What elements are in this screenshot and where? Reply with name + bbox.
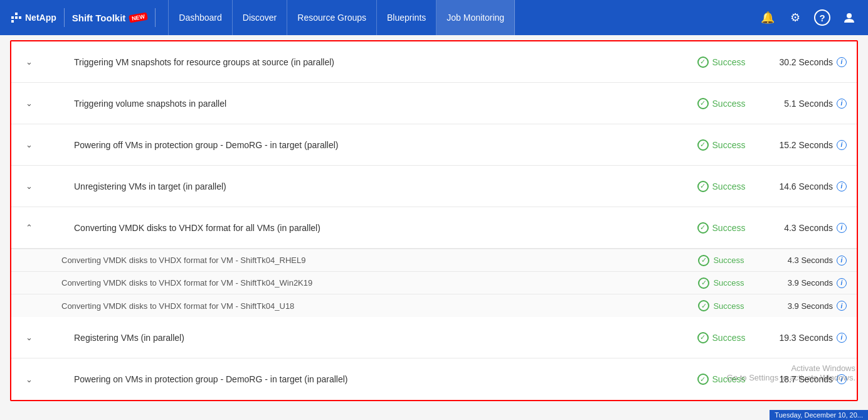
main-content: ⌄ Triggering VM snapshots for resource g… bbox=[0, 35, 868, 420]
info-icon-row5[interactable]: i bbox=[837, 223, 847, 233]
status-text-row3: Success bbox=[712, 140, 746, 150]
header-divider bbox=[64, 8, 65, 27]
nav-job-monitoring[interactable]: Job Monitoring bbox=[437, 0, 515, 35]
list-item: Converting VMDK disks to VHDX format for… bbox=[11, 272, 857, 294]
time-value-row7: 18.7 Seconds bbox=[779, 374, 833, 384]
table-row: ⌄ Unregistering VMs in target (in parall… bbox=[11, 166, 857, 207]
settings-icon[interactable]: ⚙ bbox=[786, 9, 804, 26]
info-icon-row7[interactable]: i bbox=[837, 374, 847, 384]
sub-time-cell-2: 3.9 Seconds i bbox=[759, 278, 847, 288]
time-value-row2: 5.1 Seconds bbox=[784, 99, 833, 109]
chevron-icon-row5[interactable]: ⌃ bbox=[21, 223, 36, 232]
sub-time-value-1: 4.3 Seconds bbox=[788, 256, 833, 265]
sub-success-icon-1: ✓ bbox=[698, 255, 709, 266]
success-icon-row4: ✓ bbox=[697, 181, 709, 192]
table-row: ⌄ Triggering VM snapshots for resource g… bbox=[11, 41, 857, 83]
user-icon bbox=[842, 11, 856, 24]
status-text-row1: Success bbox=[712, 57, 746, 67]
sub-job-label-2: Converting VMDK disks to VHDX format for… bbox=[61, 278, 684, 288]
help-icon[interactable]: ? bbox=[814, 9, 830, 26]
success-icon-row7: ✓ bbox=[697, 374, 709, 385]
table-row: ⌄ Powering on VMs in protection group - … bbox=[11, 358, 857, 400]
sub-rows-container: Converting VMDK disks to VHDX format for… bbox=[11, 249, 857, 317]
table-row: ⌃ Converting VMDK disks to VHDX format f… bbox=[11, 207, 857, 249]
notifications-icon[interactable]: 🔔 bbox=[759, 9, 776, 26]
chevron-icon-row4[interactable]: ⌄ bbox=[21, 181, 36, 191]
header-divider-2 bbox=[155, 8, 156, 27]
time-value-row5: 4.3 Seconds bbox=[784, 223, 833, 233]
job-label-row4: Unregistering VMs in target (in parallel… bbox=[36, 181, 684, 191]
user-avatar[interactable] bbox=[840, 9, 858, 26]
success-icon-row5: ✓ bbox=[697, 222, 709, 234]
sub-time-cell-3: 3.9 Seconds i bbox=[759, 301, 847, 311]
sub-info-icon-2[interactable]: i bbox=[837, 278, 847, 288]
status-cell-row2: ✓ Success bbox=[684, 98, 759, 109]
status-text-row7: Success bbox=[712, 374, 746, 384]
time-cell-row3: 15.2 Seconds i bbox=[759, 140, 847, 150]
netapp-logo-icon bbox=[10, 11, 23, 24]
nav-blueprints[interactable]: Blueprints bbox=[377, 0, 437, 35]
success-icon-row6: ✓ bbox=[697, 332, 709, 343]
time-value-row3: 15.2 Seconds bbox=[779, 140, 833, 150]
status-text-row6: Success bbox=[712, 333, 746, 343]
info-icon-row3[interactable]: i bbox=[837, 140, 847, 150]
job-label-row7: Powering on VMs in protection group - De… bbox=[36, 374, 684, 384]
svg-rect-0 bbox=[11, 16, 14, 19]
info-icon-row2[interactable]: i bbox=[837, 99, 847, 109]
status-text-row2: Success bbox=[712, 99, 746, 109]
sub-time-value-2: 3.9 Seconds bbox=[788, 278, 833, 288]
job-list-container: ⌄ Triggering VM snapshots for resource g… bbox=[10, 40, 858, 401]
time-cell-row5: 4.3 Seconds i bbox=[759, 223, 847, 233]
success-icon-row2: ✓ bbox=[697, 98, 709, 109]
info-icon-row4[interactable]: i bbox=[837, 181, 847, 191]
status-text-row4: Success bbox=[712, 181, 746, 191]
sub-status-text-3: Success bbox=[713, 301, 744, 311]
header-actions: 🔔 ⚙ ? bbox=[759, 9, 858, 26]
status-text-row5: Success bbox=[712, 223, 746, 233]
svg-point-5 bbox=[847, 13, 852, 18]
job-label-row1: Triggering VM snapshots for resource gro… bbox=[36, 57, 684, 67]
toolkit-label: Shift Toolkit NEW bbox=[72, 13, 148, 23]
table-row: ⌄ Registering VMs (in parallel) ✓ Succes… bbox=[11, 317, 857, 358]
sub-info-icon-1[interactable]: i bbox=[837, 256, 847, 266]
sub-status-text-2: Success bbox=[713, 278, 744, 288]
sub-status-cell-2: ✓ Success bbox=[684, 277, 759, 289]
list-item: Converting VMDK disks to VHDX format for… bbox=[11, 249, 857, 272]
sub-info-icon-3[interactable]: i bbox=[837, 301, 847, 311]
nav-dashboard[interactable]: Dashboard bbox=[168, 0, 233, 35]
success-icon-row1: ✓ bbox=[697, 57, 709, 68]
sub-job-label-3: Converting VMDK disks to VHDX format for… bbox=[61, 301, 684, 311]
time-cell-row2: 5.1 Seconds i bbox=[759, 99, 847, 109]
netapp-text: NetApp bbox=[25, 13, 56, 23]
time-cell-row6: 19.3 Seconds i bbox=[759, 333, 847, 343]
app-header: NetApp Shift Toolkit NEW Dashboard Disco… bbox=[0, 0, 868, 35]
nav-discover[interactable]: Discover bbox=[233, 0, 287, 35]
status-cell-row5: ✓ Success bbox=[684, 222, 759, 234]
chevron-icon-row7[interactable]: ⌄ bbox=[21, 375, 36, 384]
sub-status-text-1: Success bbox=[713, 256, 744, 265]
time-value-row4: 14.6 Seconds bbox=[779, 181, 833, 191]
info-icon-row1[interactable]: i bbox=[837, 57, 847, 67]
sub-status-cell-3: ✓ Success bbox=[684, 300, 759, 311]
status-cell-row4: ✓ Success bbox=[684, 181, 759, 192]
chevron-icon-row3[interactable]: ⌄ bbox=[21, 140, 36, 149]
main-nav: Dashboard Discover Resource Groups Bluep… bbox=[168, 0, 515, 35]
job-label-row5: Converting VMDK disks to VHDX format for… bbox=[36, 223, 684, 233]
nav-resource-groups[interactable]: Resource Groups bbox=[287, 0, 377, 35]
sub-success-icon-2: ✓ bbox=[698, 277, 709, 289]
sub-status-cell-1: ✓ Success bbox=[684, 255, 759, 266]
info-icon-row6[interactable]: i bbox=[837, 333, 847, 343]
time-value-row6: 19.3 Seconds bbox=[779, 333, 833, 343]
svg-rect-2 bbox=[19, 16, 21, 19]
chevron-icon-row1[interactable]: ⌄ bbox=[21, 57, 36, 67]
sub-time-cell-1: 4.3 Seconds i bbox=[759, 256, 847, 266]
sub-time-value-3: 3.9 Seconds bbox=[788, 301, 833, 311]
time-cell-row1: 30.2 Seconds i bbox=[759, 57, 847, 67]
status-cell-row6: ✓ Success bbox=[684, 332, 759, 343]
chevron-icon-row2[interactable]: ⌄ bbox=[21, 99, 36, 108]
status-cell-row1: ✓ Success bbox=[684, 57, 759, 68]
svg-rect-3 bbox=[11, 20, 14, 23]
time-cell-row4: 14.6 Seconds i bbox=[759, 181, 847, 191]
chevron-icon-row6[interactable]: ⌄ bbox=[21, 333, 36, 342]
toolkit-text: Shift Toolkit bbox=[72, 13, 126, 23]
